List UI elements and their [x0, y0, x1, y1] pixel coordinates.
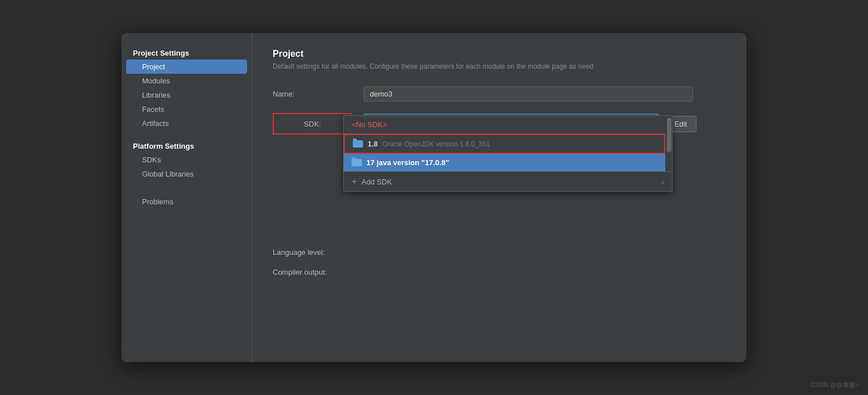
sidebar-item-facets[interactable]: Facets	[122, 102, 252, 116]
sdk-18-folder-icon	[353, 140, 363, 148]
dropdown-scrollbar[interactable]	[666, 116, 672, 171]
scrollbar-thumb	[667, 118, 671, 152]
compiler-output-row: Compiler output:	[273, 268, 726, 276]
page-title: Project	[273, 49, 726, 59]
dropdown-add-sdk[interactable]: + Add SDK ›	[344, 171, 672, 191]
page-description: Default settings for all modules. Config…	[273, 62, 726, 70]
project-settings-dialog: Project Settings Project Modules Librari…	[122, 33, 746, 362]
plus-icon: +	[352, 177, 357, 187]
sdk-label-highlighted: SDK:	[273, 113, 352, 135]
sidebar: Project Settings Project Modules Librari…	[122, 33, 252, 362]
sidebar-item-modules[interactable]: Modules	[122, 74, 252, 88]
language-level-row: Language level:	[273, 248, 726, 257]
sidebar-item-problems[interactable]: Problems	[122, 195, 252, 209]
dropdown-item-sdk-17[interactable]: 17 java version "17.0.8"	[344, 154, 665, 171]
watermark: CSDN @@素素~	[811, 381, 859, 389]
sdk-17-folder-icon	[352, 159, 362, 166]
language-level-label: Language level:	[273, 248, 364, 257]
main-content: Project Default settings for all modules…	[252, 33, 746, 362]
chevron-right-icon: ›	[662, 178, 664, 186]
name-label: Name:	[273, 90, 364, 98]
sidebar-item-artifacts[interactable]: Artifacts	[122, 116, 252, 131]
dropdown-item-sdk-18[interactable]: 1.8 Oracle OpenJDK version 1.8.0_361	[344, 134, 665, 154]
sidebar-item-global-libraries[interactable]: Global Libraries	[122, 167, 252, 181]
name-input[interactable]	[364, 86, 693, 102]
sidebar-item-sdks[interactable]: SDKs	[122, 153, 252, 167]
sdk-dropdown-popup: <No SDK> 1.8 Oracle OpenJDK version 1.8.…	[343, 115, 673, 192]
compiler-output-label: Compiler output:	[273, 268, 364, 276]
project-settings-section-title: Project Settings	[122, 44, 252, 60]
sidebar-item-libraries[interactable]: Libraries	[122, 88, 252, 102]
sidebar-item-project[interactable]: Project	[126, 60, 247, 74]
platform-settings-section-title: Platform Settings	[122, 137, 252, 153]
name-row: Name:	[273, 86, 726, 102]
dropdown-item-no-sdk[interactable]: <No SDK>	[344, 116, 665, 134]
